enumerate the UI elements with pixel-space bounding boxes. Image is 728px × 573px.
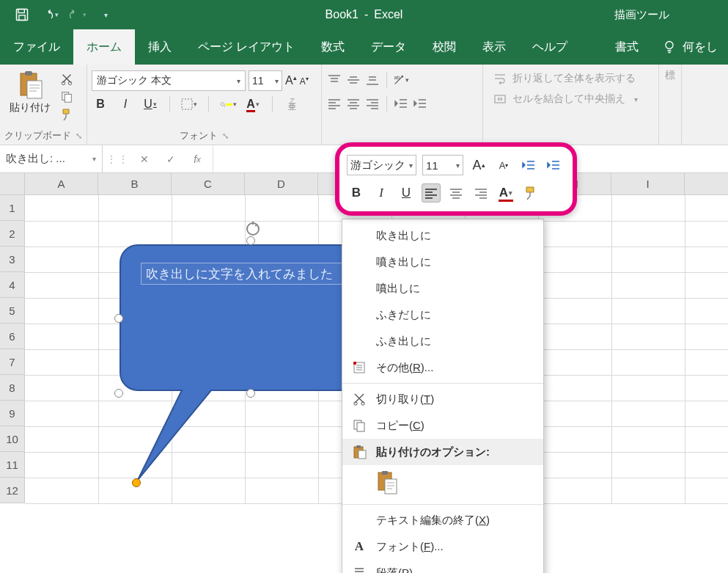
tab-file[interactable]: ファイル xyxy=(0,29,73,65)
mini-font-color-icon[interactable]: A xyxy=(496,183,515,202)
borders-icon[interactable] xyxy=(180,95,198,113)
row-header[interactable]: 12 xyxy=(0,478,25,503)
mini-increase-indent-icon[interactable] xyxy=(544,156,563,175)
col-header[interactable]: I xyxy=(611,173,685,194)
undo-icon[interactable] xyxy=(41,6,59,23)
row-header[interactable]: 10 xyxy=(0,426,25,452)
mini-underline-button[interactable]: U xyxy=(397,183,416,202)
align-left-icon[interactable] xyxy=(326,97,342,110)
mini-align-left-icon[interactable] xyxy=(422,183,441,202)
tab-view[interactable]: 表示 xyxy=(469,29,519,65)
row-header[interactable]: 9 xyxy=(0,401,25,426)
shape-text-input[interactable]: 吹き出しに文字を入れてみました xyxy=(141,263,361,285)
menu-paragraph[interactable]: 段落(P)... xyxy=(342,560,543,573)
row-header[interactable]: 6 xyxy=(0,324,25,349)
ime-suggestion[interactable]: 噴出しに xyxy=(342,275,543,302)
ime-more-suggestions[interactable]: その他(R)... xyxy=(342,354,543,381)
row-header[interactable]: 11 xyxy=(0,452,25,478)
fx-icon[interactable]: fx xyxy=(189,151,205,167)
mini-size-combo[interactable]: 11 xyxy=(422,155,463,175)
bold-button[interactable]: B xyxy=(92,95,109,113)
copy-icon[interactable] xyxy=(59,90,75,104)
row-header[interactable]: 1 xyxy=(0,195,25,221)
tab-home[interactable]: ホーム xyxy=(73,29,135,65)
row-header[interactable]: 8 xyxy=(0,375,25,401)
mini-align-center-icon[interactable] xyxy=(446,183,466,202)
mini-increase-font-icon[interactable]: A▴ xyxy=(469,156,488,175)
cut-icon[interactable] xyxy=(59,72,75,87)
col-header[interactable]: C xyxy=(172,173,245,194)
mini-decrease-indent-icon[interactable] xyxy=(519,156,538,175)
phonetic-icon[interactable]: ア亜 xyxy=(283,95,301,113)
tab-page-layout[interactable]: ページ レイアウト xyxy=(185,29,308,65)
italic-button[interactable]: I xyxy=(117,95,134,113)
menu-copy[interactable]: コピー(C) xyxy=(342,412,543,439)
align-right-icon[interactable] xyxy=(364,97,380,110)
resize-handle[interactable] xyxy=(114,314,123,323)
mini-font-combo[interactable]: 游ゴシック xyxy=(347,155,416,175)
cancel-icon[interactable]: ✕ xyxy=(136,151,152,167)
mini-format-painter-icon[interactable] xyxy=(521,183,540,202)
adjust-handle[interactable] xyxy=(132,478,141,487)
callout-shape[interactable]: 吹き出しに文字を入れてみました xyxy=(119,241,375,391)
row-header[interactable]: 3 xyxy=(0,247,25,272)
align-middle-icon[interactable] xyxy=(345,73,361,87)
enter-icon[interactable]: ✓ xyxy=(163,151,179,167)
qat-customize-icon[interactable]: ▾ xyxy=(97,6,114,23)
font-color-icon[interactable]: A xyxy=(244,95,262,113)
increase-font-icon[interactable]: A▴ xyxy=(285,74,297,87)
font-size-combo[interactable]: 11 xyxy=(249,70,282,91)
row-header[interactable]: 4 xyxy=(0,272,25,298)
tab-help[interactable]: ヘルプ xyxy=(519,29,581,65)
row-header[interactable]: 2 xyxy=(0,221,25,247)
paste-option-default-icon[interactable] xyxy=(376,470,398,497)
tab-insert[interactable]: 挿入 xyxy=(135,29,185,65)
menu-cut[interactable]: 切り取り(T) xyxy=(342,386,543,412)
mini-italic-button[interactable]: I xyxy=(372,183,391,202)
dots-icon: ⋮⋮ xyxy=(110,151,126,167)
tab-formulas[interactable]: 数式 xyxy=(308,29,358,65)
row-header[interactable]: 7 xyxy=(0,349,25,375)
tab-review[interactable]: 校閲 xyxy=(419,29,469,65)
paste-button[interactable]: 貼り付け xyxy=(4,67,56,114)
save-icon[interactable] xyxy=(13,6,31,23)
increase-indent-icon[interactable] xyxy=(412,97,428,110)
resize-handle[interactable] xyxy=(246,389,255,398)
col-header[interactable]: B xyxy=(98,173,172,194)
ime-suggestion[interactable]: 噴き出しに xyxy=(342,249,543,275)
row-header[interactable]: 5 xyxy=(0,298,25,324)
col-header[interactable]: D xyxy=(245,173,318,194)
decrease-indent-icon[interactable] xyxy=(393,97,409,110)
mini-decrease-font-icon[interactable]: A▾ xyxy=(494,156,513,175)
resize-handle[interactable] xyxy=(114,389,123,398)
decrease-font-icon[interactable]: A▾ xyxy=(300,76,309,87)
col-header[interactable]: A xyxy=(25,173,98,194)
align-center-icon[interactable] xyxy=(345,97,361,110)
dialog-launcher-icon[interactable]: ⤡ xyxy=(222,131,229,141)
format-painter-icon[interactable] xyxy=(59,107,75,122)
merge-center-button[interactable]: セルを結合して中央揃え▾ xyxy=(493,92,638,106)
tell-me-search[interactable]: 何をし xyxy=(652,29,728,65)
tab-data[interactable]: データ xyxy=(358,29,419,65)
wrap-text-button[interactable]: 折り返して全体を表示する xyxy=(493,72,638,85)
underline-button[interactable]: U xyxy=(141,95,159,113)
fill-color-icon[interactable] xyxy=(219,95,237,113)
ime-suggestion[interactable]: ふきだしに xyxy=(342,302,543,328)
mini-bold-button[interactable]: B xyxy=(347,183,366,202)
ime-suggestion[interactable]: ふき出しに xyxy=(342,328,543,354)
align-top-icon[interactable] xyxy=(326,73,342,87)
name-box[interactable]: 吹き出し: ...▾ xyxy=(0,145,103,172)
tab-format[interactable]: 書式 xyxy=(602,29,652,65)
menu-exit-text-edit[interactable]: テキスト編集の終了(X) xyxy=(342,507,543,533)
orientation-icon[interactable]: ab xyxy=(393,73,409,87)
dialog-launcher-icon[interactable]: ⤡ xyxy=(76,131,82,141)
ime-suggestion[interactable]: 吹き出しに xyxy=(342,222,543,249)
menu-paste-options-header: 貼り付けのオプション: xyxy=(342,439,543,465)
menu-font[interactable]: A フォント(F)... xyxy=(342,533,543,560)
redo-icon[interactable] xyxy=(69,6,87,23)
mini-align-right-icon[interactable] xyxy=(471,183,490,202)
align-bottom-icon[interactable] xyxy=(364,73,380,87)
select-all-corner[interactable] xyxy=(0,173,25,194)
resize-handle[interactable] xyxy=(246,236,255,245)
font-name-combo[interactable]: 游ゴシック 本文 xyxy=(92,70,246,91)
